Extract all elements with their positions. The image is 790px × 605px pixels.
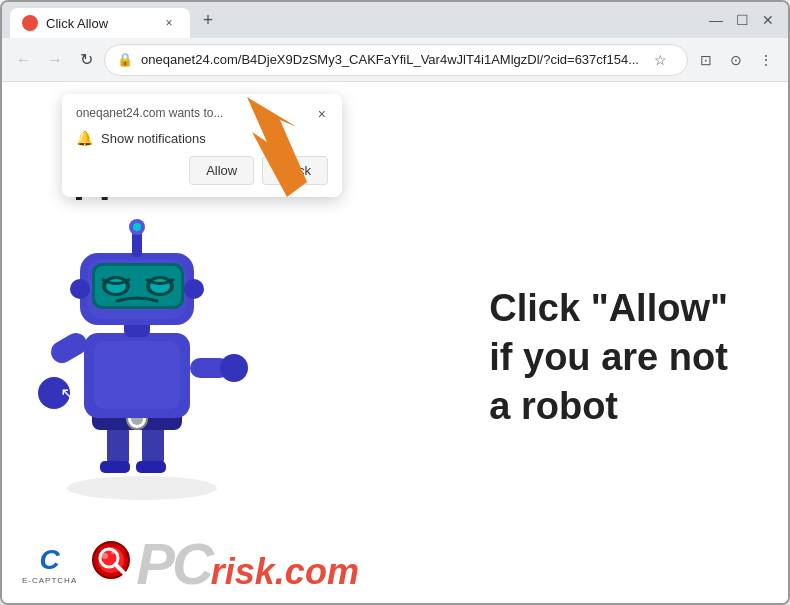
- back-button[interactable]: ←: [10, 44, 37, 76]
- maximize-button[interactable]: ☐: [730, 8, 754, 32]
- arrow-container: [222, 92, 322, 206]
- new-tab-button[interactable]: +: [194, 6, 222, 34]
- address-bar[interactable]: 🔒 oneqanet24.com/B4DjeX9DzSMy3_CAKFaYfiL…: [104, 44, 688, 76]
- c-logo: C: [40, 544, 60, 576]
- page-content: oneqanet24.com wants to... × 🔔 Show noti…: [2, 82, 788, 603]
- svg-marker-1: [247, 97, 307, 197]
- browser-window: Click Allow × + — ☐ ✕ ← → ↻ 🔒 oneqanet24…: [0, 0, 790, 605]
- window-controls: — ☐ ✕: [704, 8, 780, 32]
- main-text-line1: Click "Allow": [489, 283, 728, 332]
- bell-icon: 🔔: [76, 130, 93, 146]
- main-text: Click "Allow" if you are not a robot: [489, 283, 728, 431]
- address-text: oneqanet24.com/B4DjeX9DzSMy3_CAKFaYfiL_V…: [141, 52, 639, 67]
- pcrisk-text-container: PCrisk.com: [136, 535, 359, 593]
- tab-title: Click Allow: [46, 16, 152, 31]
- svg-text:↖: ↖: [60, 384, 75, 404]
- svg-rect-5: [100, 461, 130, 473]
- forward-button[interactable]: →: [41, 44, 68, 76]
- bookmark-icon[interactable]: ☆: [647, 46, 675, 74]
- svg-rect-6: [136, 461, 166, 473]
- svg-point-28: [133, 223, 141, 231]
- tab-close-button[interactable]: ×: [160, 14, 178, 32]
- pc-text: PC: [136, 535, 211, 593]
- main-text-line3: a robot: [489, 382, 728, 431]
- toolbar-icons: ⊡ ⊙ ⋮: [692, 46, 780, 74]
- minimize-button[interactable]: —: [704, 8, 728, 32]
- address-icons: ☆: [647, 46, 675, 74]
- svg-point-2: [67, 476, 217, 500]
- menu-icon[interactable]: ⋮: [752, 46, 780, 74]
- account-icon[interactable]: ⊙: [722, 46, 750, 74]
- reload-button[interactable]: ↻: [73, 44, 100, 76]
- svg-rect-11: [94, 341, 180, 409]
- active-tab[interactable]: Click Allow ×: [10, 8, 190, 38]
- title-bar: Click Allow × + — ☐ ✕: [2, 2, 788, 38]
- svg-point-29: [70, 279, 90, 299]
- tab-area: Click Allow × +: [10, 2, 692, 38]
- lock-icon: 🔒: [117, 52, 133, 67]
- arrow-icon: [222, 92, 322, 202]
- risk-text: risk.com: [211, 554, 359, 590]
- extensions-icon[interactable]: ⊡: [692, 46, 720, 74]
- navigation-bar: ← → ↻ 🔒 oneqanet24.com/B4DjeX9DzSMy3_CAK…: [2, 38, 788, 82]
- svg-point-35: [102, 553, 108, 559]
- svg-point-36: [111, 550, 115, 554]
- popup-show-notifications-text: Show notifications: [101, 131, 206, 146]
- robot-illustration: ↖: [32, 183, 252, 503]
- pcrisk-logo: C E-CAPTCHA: [22, 535, 359, 593]
- svg-point-16: [220, 354, 248, 382]
- pcrisk-icon: [89, 538, 141, 590]
- ecaptcha-text: E-CAPTCHA: [22, 576, 77, 585]
- ecaptcha-logo: C E-CAPTCHA: [22, 544, 77, 585]
- robot-container: ↖: [32, 183, 292, 523]
- svg-point-30: [184, 279, 204, 299]
- tab-favicon: [22, 15, 38, 31]
- close-button[interactable]: ✕: [756, 8, 780, 32]
- main-text-line2: if you are not: [489, 333, 728, 382]
